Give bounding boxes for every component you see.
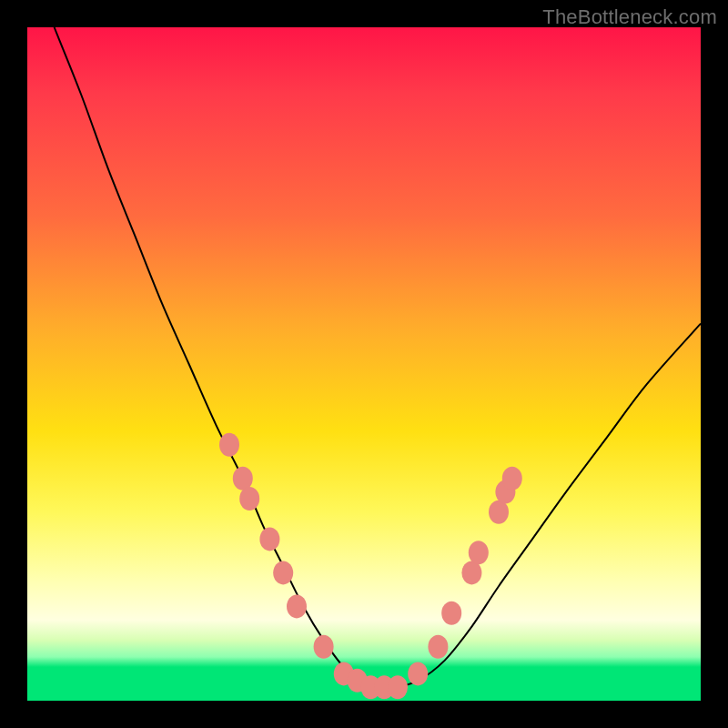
data-marker — [219, 433, 239, 457]
data-marker — [388, 675, 408, 699]
data-marker — [239, 487, 259, 511]
data-marker — [314, 635, 334, 659]
data-marker — [273, 561, 293, 584]
data-markers — [219, 433, 522, 699]
chart-plot-area — [27, 27, 701, 701]
data-marker — [408, 662, 428, 685]
data-marker — [461, 561, 481, 584]
data-marker — [428, 635, 448, 659]
data-marker — [233, 467, 253, 490]
data-marker — [502, 467, 522, 490]
chart-svg — [27, 27, 701, 701]
data-marker — [441, 602, 461, 625]
watermark-text: TheBottleneck.com — [542, 5, 717, 29]
data-marker — [489, 500, 509, 524]
data-marker — [287, 594, 307, 618]
data-marker — [259, 527, 279, 551]
bottleneck-curve — [55, 27, 701, 687]
data-marker — [469, 541, 489, 564]
